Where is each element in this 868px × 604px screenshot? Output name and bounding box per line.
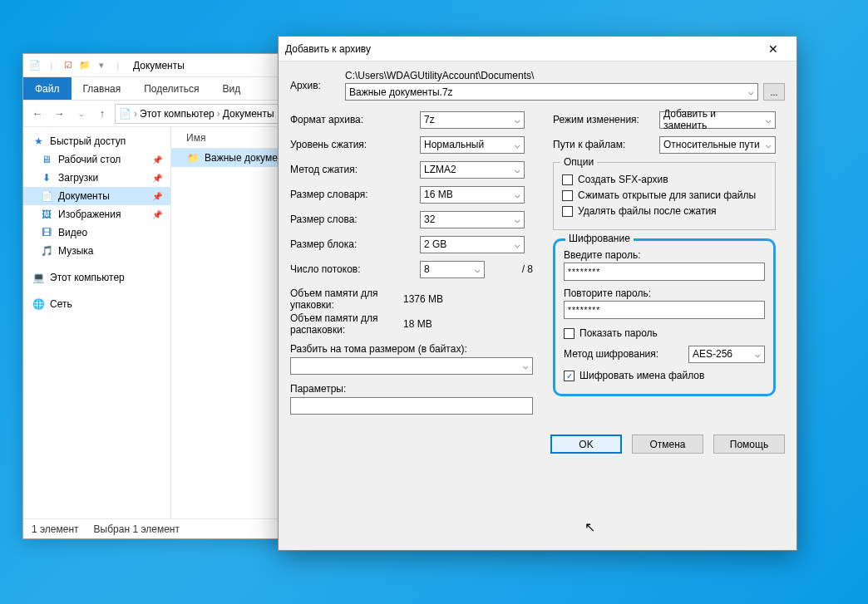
enc-method-combo[interactable]: AES-256: [688, 346, 765, 363]
pc-icon: 💻: [32, 271, 45, 284]
status-count: 1 элемент: [32, 523, 79, 535]
format-label: Формат архива:: [290, 114, 420, 125]
opt-shared-checkbox[interactable]: Сжимать открытые для записи файлы: [562, 189, 767, 201]
ok-button[interactable]: OK: [550, 435, 622, 454]
mem-unpack-value: 18 MB: [403, 318, 533, 330]
path-mode-label: Пути к файлам:: [553, 139, 659, 150]
mem-unpack-label: Объем памяти для распаковки:: [290, 312, 403, 336]
mem-pack-value: 1376 MB: [403, 293, 533, 305]
tab-share[interactable]: Поделиться: [132, 77, 210, 100]
options-legend: Опции: [560, 156, 597, 168]
network-icon: 🌐: [32, 297, 45, 311]
breadcrumb-root[interactable]: Этот компьютер: [140, 108, 215, 120]
breadcrumb-folder[interactable]: Документы: [223, 108, 274, 120]
params-label: Параметры:: [290, 383, 533, 395]
qat-divider: |: [45, 59, 58, 72]
sidebar-music[interactable]: 🎵Музыка: [23, 242, 170, 260]
encryption-group: Шифрование Введите пароль: ******** Повт…: [553, 238, 776, 396]
nav-up-icon[interactable]: ↑: [93, 105, 111, 123]
star-icon: ★: [32, 135, 45, 148]
help-button[interactable]: Помощь: [713, 435, 785, 454]
sidebar-documents[interactable]: 📄Документы📌: [23, 187, 170, 205]
update-mode-combo[interactable]: Добавить и заменить: [659, 111, 776, 129]
archive-path: C:\Users\WDAGUtilityAccount\Documents\: [345, 70, 785, 81]
qat-divider: |: [111, 59, 125, 72]
sidebar-this-pc[interactable]: 💻Этот компьютер: [23, 268, 170, 287]
enc-method-label: Метод шифрования:: [564, 348, 688, 360]
checkbox-icon: [564, 328, 575, 339]
status-selection: Выбран 1 элемент: [94, 523, 180, 535]
threads-combo[interactable]: 8: [420, 261, 485, 278]
tab-view[interactable]: Вид: [210, 77, 252, 100]
sidebar-pictures[interactable]: 🖼Изображения📌: [23, 205, 170, 223]
word-label: Размер слова:: [290, 214, 420, 225]
format-combo[interactable]: 7z: [420, 111, 525, 129]
mem-pack-label: Объем памяти для упаковки:: [290, 287, 403, 311]
threads-max: / 8: [485, 263, 533, 275]
block-label: Размер блока:: [290, 238, 420, 250]
tab-home[interactable]: Главная: [72, 77, 133, 100]
explorer-title: Документы: [133, 60, 185, 71]
params-input[interactable]: [290, 397, 533, 415]
pw1-label: Введите пароль:: [564, 249, 765, 261]
sidebar-network[interactable]: 🌐Сеть: [23, 295, 170, 313]
music-icon: 🎵: [40, 244, 53, 258]
split-label: Разбить на тома размером (в байтах):: [290, 343, 533, 355]
downloads-icon: ⬇: [40, 171, 53, 184]
encryption-legend: Шифрование: [565, 233, 634, 244]
method-combo[interactable]: LZMA2: [420, 161, 525, 179]
dict-label: Размер словаря:: [290, 189, 420, 200]
path-mode-combo[interactable]: Относительные пути: [659, 136, 776, 154]
checkbox-icon: [562, 206, 573, 217]
explorer-app-icon: 📄: [28, 59, 42, 72]
cancel-button[interactable]: Отмена: [632, 435, 703, 454]
threads-label: Число потоков:: [290, 263, 420, 275]
password-confirm-input[interactable]: ********: [564, 301, 765, 319]
sidebar: ★Быстрый доступ 🖥Рабочий стол📌 ⬇Загрузки…: [23, 127, 171, 518]
sidebar-desktop[interactable]: 🖥Рабочий стол📌: [23, 150, 170, 169]
videos-icon: 🎞: [40, 226, 53, 239]
password-input[interactable]: ********: [564, 263, 765, 281]
checkbox-checked-icon: ✓: [564, 371, 575, 381]
checkbox-icon: [562, 190, 573, 201]
opt-sfx-checkbox[interactable]: Создать SFX-архив: [562, 174, 767, 185]
method-label: Метод сжатия:: [290, 164, 420, 175]
checkbox-icon: [562, 174, 573, 185]
dict-combo[interactable]: 16 MB: [420, 186, 525, 204]
close-icon[interactable]: ✕: [757, 37, 790, 61]
options-group: Опции Создать SFX-архив Сжимать открытые…: [553, 162, 776, 230]
archive-label: Архив:: [290, 70, 345, 91]
pin-icon: 📌: [152, 155, 162, 165]
browse-button[interactable]: ...: [763, 83, 785, 101]
nav-forward-icon[interactable]: →: [50, 105, 68, 123]
nav-back-icon[interactable]: ←: [28, 105, 47, 123]
qat-dropdown-icon[interactable]: ▾: [95, 59, 108, 72]
folder-icon: 📁: [78, 59, 91, 72]
block-combo[interactable]: 2 GB: [420, 236, 525, 253]
nav-recent-icon[interactable]: ⌵: [72, 105, 90, 123]
folder-icon: 📁: [186, 151, 200, 165]
tab-file[interactable]: Файл: [23, 77, 72, 100]
encrypt-names-checkbox[interactable]: ✓Шифровать имена файлов: [564, 370, 765, 381]
sidebar-quick-access[interactable]: ★Быстрый доступ: [23, 132, 170, 150]
add-to-archive-dialog: Добавить к архиву ✕ Архив: C:\Users\WDAG…: [278, 36, 797, 551]
word-combo[interactable]: 32: [420, 211, 525, 228]
pin-icon: 📌: [152, 192, 162, 201]
opt-delete-checkbox[interactable]: Удалять файлы после сжатия: [562, 205, 767, 217]
qat-properties-icon[interactable]: ☑: [62, 59, 75, 72]
sidebar-videos[interactable]: 🎞Видео: [23, 223, 170, 242]
pw2-label: Повторите пароль:: [564, 287, 765, 299]
dialog-title: Добавить к архиву: [285, 43, 757, 55]
level-label: Уровень сжатия:: [290, 139, 420, 150]
desktop-icon: 🖥: [40, 153, 53, 166]
documents-icon: 📄: [40, 189, 53, 203]
show-password-checkbox[interactable]: Показать пароль: [564, 327, 765, 339]
level-combo[interactable]: Нормальный: [420, 136, 525, 154]
sidebar-downloads[interactable]: ⬇Загрузки📌: [23, 169, 170, 187]
update-mode-label: Режим изменения:: [553, 114, 659, 125]
archive-name-input[interactable]: Важные документы.7z: [345, 83, 758, 101]
pin-icon: 📌: [152, 210, 162, 219]
pictures-icon: 🖼: [40, 208, 53, 221]
pin-icon: 📌: [152, 174, 162, 183]
split-combo[interactable]: [290, 357, 533, 375]
